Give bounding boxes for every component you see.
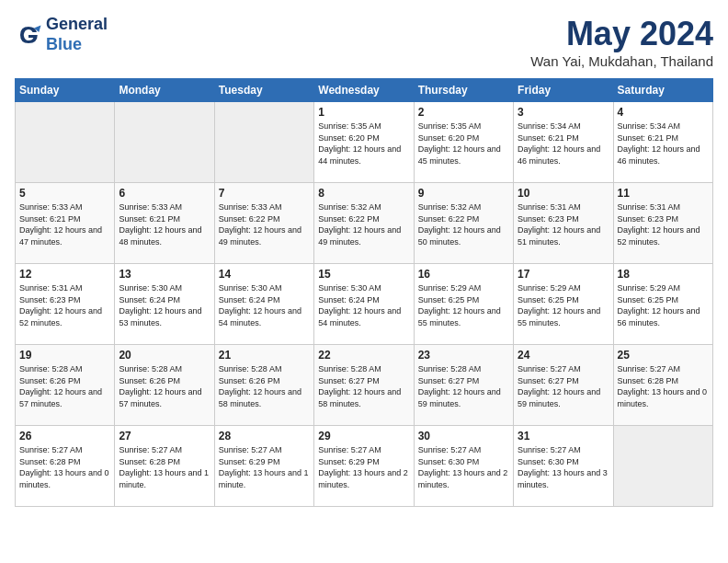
cell-details: Sunrise: 5:30 AMSunset: 6:24 PMDaylight:… <box>219 282 310 328</box>
cell-details: Sunrise: 5:31 AMSunset: 6:23 PMDaylight:… <box>518 201 609 247</box>
day-number: 26 <box>19 430 110 442</box>
calendar-cell: 16Sunrise: 5:29 AMSunset: 6:25 PMDayligh… <box>414 264 513 345</box>
calendar-cell: 14Sunrise: 5:30 AMSunset: 6:24 PMDayligh… <box>214 264 313 345</box>
week-row-2: 12Sunrise: 5:31 AMSunset: 6:23 PMDayligh… <box>16 264 713 345</box>
cell-details: Sunrise: 5:31 AMSunset: 6:23 PMDaylight:… <box>19 282 110 328</box>
calendar-cell: 10Sunrise: 5:31 AMSunset: 6:23 PMDayligh… <box>514 183 613 264</box>
cell-details: Sunrise: 5:31 AMSunset: 6:23 PMDaylight:… <box>618 201 709 247</box>
page-header: General Blue May 2024 Wan Yai, Mukdahan,… <box>15 15 713 69</box>
calendar-cell: 30Sunrise: 5:27 AMSunset: 6:30 PMDayligh… <box>414 426 513 507</box>
calendar-cell: 21Sunrise: 5:28 AMSunset: 6:26 PMDayligh… <box>214 345 313 426</box>
cell-details: Sunrise: 5:28 AMSunset: 6:26 PMDaylight:… <box>19 363 110 409</box>
calendar-cell: 15Sunrise: 5:30 AMSunset: 6:24 PMDayligh… <box>314 264 414 345</box>
calendar-cell: 12Sunrise: 5:31 AMSunset: 6:23 PMDayligh… <box>16 264 115 345</box>
cell-details: Sunrise: 5:33 AMSunset: 6:22 PMDaylight:… <box>219 201 310 247</box>
cell-details: Sunrise: 5:35 AMSunset: 6:20 PMDaylight:… <box>418 121 509 167</box>
calendar-cell: 31Sunrise: 5:27 AMSunset: 6:30 PMDayligh… <box>514 426 613 507</box>
calendar-cell <box>613 426 712 507</box>
cell-details: Sunrise: 5:34 AMSunset: 6:21 PMDaylight:… <box>518 121 609 167</box>
day-number: 20 <box>119 349 210 362</box>
cell-details: Sunrise: 5:27 AMSunset: 6:30 PMDaylight:… <box>418 444 509 490</box>
day-number: 22 <box>318 349 409 362</box>
day-number: 10 <box>518 187 609 200</box>
day-number: 12 <box>19 268 110 281</box>
day-number: 17 <box>518 268 609 281</box>
cell-details: Sunrise: 5:30 AMSunset: 6:24 PMDaylight:… <box>318 282 409 328</box>
header-saturday: Saturday <box>613 79 712 102</box>
day-number: 23 <box>418 349 509 362</box>
cell-details: Sunrise: 5:29 AMSunset: 6:25 PMDaylight:… <box>618 282 709 328</box>
header-sunday: Sunday <box>16 79 115 102</box>
header-thursday: Thursday <box>414 79 513 102</box>
day-number: 14 <box>219 268 310 281</box>
week-row-4: 26Sunrise: 5:27 AMSunset: 6:28 PMDayligh… <box>16 426 713 507</box>
day-number: 21 <box>219 349 310 362</box>
logo-line2: Blue <box>46 35 108 55</box>
calendar-cell: 17Sunrise: 5:29 AMSunset: 6:25 PMDayligh… <box>514 264 613 345</box>
day-number: 29 <box>318 430 409 442</box>
day-number: 27 <box>119 430 210 442</box>
day-number: 11 <box>618 187 709 200</box>
day-number: 15 <box>318 268 409 281</box>
header-tuesday: Tuesday <box>214 79 313 102</box>
calendar-cell: 8Sunrise: 5:32 AMSunset: 6:22 PMDaylight… <box>314 183 414 264</box>
calendar-cell: 25Sunrise: 5:27 AMSunset: 6:28 PMDayligh… <box>613 345 712 426</box>
cell-details: Sunrise: 5:27 AMSunset: 6:29 PMDaylight:… <box>219 444 310 490</box>
day-number: 24 <box>518 349 609 362</box>
month-title: May 2024 <box>530 15 713 53</box>
calendar-cell: 2Sunrise: 5:35 AMSunset: 6:20 PMDaylight… <box>414 102 513 183</box>
day-number: 1 <box>318 106 409 119</box>
calendar-cell: 20Sunrise: 5:28 AMSunset: 6:26 PMDayligh… <box>115 345 214 426</box>
logo-line1: General <box>46 15 108 35</box>
cell-details: Sunrise: 5:28 AMSunset: 6:27 PMDaylight:… <box>318 363 409 409</box>
cell-details: Sunrise: 5:27 AMSunset: 6:28 PMDaylight:… <box>19 444 110 490</box>
calendar-cell: 4Sunrise: 5:34 AMSunset: 6:21 PMDaylight… <box>613 102 712 183</box>
day-number: 31 <box>518 430 609 442</box>
header-friday: Friday <box>514 79 613 102</box>
week-row-0: 1Sunrise: 5:35 AMSunset: 6:20 PMDaylight… <box>16 102 713 183</box>
day-number: 7 <box>219 187 310 200</box>
calendar-cell: 1Sunrise: 5:35 AMSunset: 6:20 PMDaylight… <box>314 102 414 183</box>
logo-icon <box>15 21 42 49</box>
day-number: 4 <box>618 106 709 119</box>
cell-details: Sunrise: 5:32 AMSunset: 6:22 PMDaylight:… <box>418 201 509 247</box>
cell-details: Sunrise: 5:29 AMSunset: 6:25 PMDaylight:… <box>518 282 609 328</box>
day-number: 16 <box>418 268 509 281</box>
logo: General Blue <box>15 15 108 54</box>
calendar-cell: 22Sunrise: 5:28 AMSunset: 6:27 PMDayligh… <box>314 345 414 426</box>
title-block: May 2024 Wan Yai, Mukdahan, Thailand <box>530 15 713 69</box>
cell-details: Sunrise: 5:27 AMSunset: 6:27 PMDaylight:… <box>518 363 609 409</box>
day-number: 30 <box>418 430 509 442</box>
header-monday: Monday <box>115 79 214 102</box>
calendar-cell: 13Sunrise: 5:30 AMSunset: 6:24 PMDayligh… <box>115 264 214 345</box>
calendar-table: SundayMondayTuesdayWednesdayThursdayFrid… <box>15 78 713 507</box>
cell-details: Sunrise: 5:28 AMSunset: 6:26 PMDaylight:… <box>119 363 210 409</box>
cell-details: Sunrise: 5:27 AMSunset: 6:28 PMDaylight:… <box>119 444 210 490</box>
calendar-cell: 27Sunrise: 5:27 AMSunset: 6:28 PMDayligh… <box>115 426 214 507</box>
calendar-cell <box>16 102 115 183</box>
calendar-cell: 11Sunrise: 5:31 AMSunset: 6:23 PMDayligh… <box>613 183 712 264</box>
calendar-cell: 18Sunrise: 5:29 AMSunset: 6:25 PMDayligh… <box>613 264 712 345</box>
day-number: 19 <box>19 349 110 362</box>
cell-details: Sunrise: 5:27 AMSunset: 6:29 PMDaylight:… <box>318 444 409 490</box>
calendar-cell: 29Sunrise: 5:27 AMSunset: 6:29 PMDayligh… <box>314 426 414 507</box>
day-number: 6 <box>119 187 210 200</box>
day-number: 3 <box>518 106 609 119</box>
week-row-3: 19Sunrise: 5:28 AMSunset: 6:26 PMDayligh… <box>16 345 713 426</box>
calendar-cell: 24Sunrise: 5:27 AMSunset: 6:27 PMDayligh… <box>514 345 613 426</box>
day-number: 8 <box>318 187 409 200</box>
location: Wan Yai, Mukdahan, Thailand <box>530 53 713 69</box>
cell-details: Sunrise: 5:30 AMSunset: 6:24 PMDaylight:… <box>119 282 210 328</box>
cell-details: Sunrise: 5:28 AMSunset: 6:26 PMDaylight:… <box>219 363 310 409</box>
cell-details: Sunrise: 5:27 AMSunset: 6:30 PMDaylight:… <box>518 444 609 490</box>
cell-details: Sunrise: 5:29 AMSunset: 6:25 PMDaylight:… <box>418 282 509 328</box>
day-number: 5 <box>19 187 110 200</box>
day-number: 25 <box>618 349 709 362</box>
week-row-1: 5Sunrise: 5:33 AMSunset: 6:21 PMDaylight… <box>16 183 713 264</box>
calendar-cell: 28Sunrise: 5:27 AMSunset: 6:29 PMDayligh… <box>214 426 313 507</box>
cell-details: Sunrise: 5:35 AMSunset: 6:20 PMDaylight:… <box>318 121 409 167</box>
day-number: 13 <box>119 268 210 281</box>
calendar-cell: 19Sunrise: 5:28 AMSunset: 6:26 PMDayligh… <box>16 345 115 426</box>
calendar-cell: 5Sunrise: 5:33 AMSunset: 6:21 PMDaylight… <box>16 183 115 264</box>
cell-details: Sunrise: 5:27 AMSunset: 6:28 PMDaylight:… <box>618 363 709 409</box>
